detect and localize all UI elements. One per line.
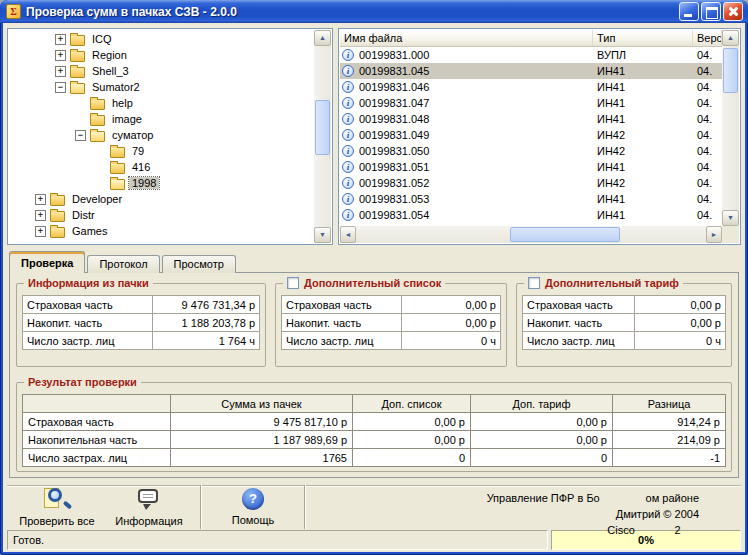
file-type: ВУПЛ <box>593 49 693 61</box>
tab-protokol[interactable]: Протокол <box>87 255 159 273</box>
tree-item[interactable]: −суматор <box>9 127 314 143</box>
credits-block: Управление ПФР в Бо ом районе Дмитрий © … <box>487 490 699 538</box>
file-name: 00199831.053 <box>359 193 429 205</box>
file-row[interactable]: 00199831.048ИН4104. <box>340 111 722 127</box>
file-name-cell: 00199831.052 <box>340 177 593 189</box>
collapse-toggle-icon[interactable]: − <box>55 82 66 93</box>
file-row[interactable]: 00199831.050ИН4204. <box>340 143 722 159</box>
file-version: 04. <box>693 65 722 77</box>
tree-item[interactable]: help <box>9 95 314 111</box>
scroll-right-icon[interactable]: ► <box>706 226 722 243</box>
file-row[interactable]: 00199831.045ИН4104. <box>340 63 722 79</box>
file-name: 00199831.048 <box>359 113 429 125</box>
file-version: 04. <box>693 129 722 141</box>
extra-tariff-checkbox[interactable] <box>528 277 540 289</box>
tab-prosmotr[interactable]: Просмотр <box>162 255 236 273</box>
scroll-down-icon[interactable]: ▼ <box>314 227 331 243</box>
tree-item[interactable]: −Sumator2 <box>9 79 314 95</box>
expand-toggle-icon[interactable]: + <box>55 34 66 45</box>
tree-item[interactable]: +Developer <box>9 191 314 207</box>
magnifier-icon <box>44 487 71 511</box>
expand-toggle-icon[interactable]: + <box>55 50 66 61</box>
tab-proverka[interactable]: Проверка <box>9 251 85 273</box>
group-row: Накопит. часть0,00 р <box>523 314 726 332</box>
check-all-button[interactable]: Проверить все <box>11 482 103 532</box>
scroll-down-icon[interactable]: ▼ <box>722 210 739 226</box>
extra-list-title: Дополнительный список <box>283 276 445 290</box>
tree-item[interactable]: +Distr <box>9 207 314 223</box>
information-button[interactable]: Информация <box>103 482 195 532</box>
result-cell: 214,09 р <box>613 431 726 449</box>
scroll-up-icon[interactable]: ▲ <box>314 30 331 46</box>
row-label: Накопит. часть <box>282 314 402 332</box>
packet-info-group: Информация из пачки Страховая часть9 476… <box>16 283 266 367</box>
expand-toggle-icon[interactable]: + <box>35 210 46 221</box>
folder-icon <box>110 179 125 190</box>
scroll-left-icon[interactable]: ◄ <box>340 226 356 243</box>
row-label: Число застр. лиц <box>523 332 635 350</box>
result-cell: 0 <box>353 449 471 467</box>
column-header-version[interactable]: Верс <box>693 30 722 46</box>
tree-item[interactable]: 416 <box>9 159 314 175</box>
folder-icon <box>70 35 85 46</box>
tree-item[interactable]: 1998 <box>9 175 314 191</box>
file-name-cell: 00199831.051 <box>340 161 593 173</box>
tree-item-label: Shell_3 <box>89 65 132 77</box>
list-vscroll-thumb[interactable] <box>723 48 738 93</box>
list-horizontal-scrollbar[interactable]: ◄ ► <box>340 226 722 243</box>
file-version: 04. <box>693 81 722 93</box>
file-row[interactable]: 00199831.052ИН4204. <box>340 175 722 191</box>
file-name-cell: 00199831.047 <box>340 97 593 109</box>
minimize-button[interactable] <box>679 2 699 21</box>
expand-toggle-icon[interactable]: + <box>35 226 46 237</box>
tree-item[interactable]: +Region <box>9 47 314 63</box>
column-header-name[interactable]: Имя файла <box>340 30 593 46</box>
tree-item-label: 416 <box>129 161 153 173</box>
result-header-row: Сумма из пачекДоп. списокДоп. тарифРазни… <box>23 395 726 413</box>
status-text: Готов. <box>7 530 548 550</box>
tree-item[interactable]: +Shell_3 <box>9 63 314 79</box>
row-value: 0 ч <box>634 332 725 350</box>
group-row: Число застр. лиц1 764 ч <box>23 332 260 350</box>
list-hscroll-thumb[interactable] <box>510 227 620 242</box>
group-row: Число застр. лиц0 ч <box>282 332 501 350</box>
extra-list-checkbox[interactable] <box>287 277 299 289</box>
file-name: 00199831.047 <box>359 97 429 109</box>
tree-scroll-thumb[interactable] <box>315 100 330 155</box>
file-name-cell: 00199831.048 <box>340 113 593 125</box>
close-button[interactable] <box>723 2 743 21</box>
row-label: Страховая часть <box>282 296 402 314</box>
help-button[interactable]: Помощь <box>207 482 299 532</box>
tree-item[interactable]: +Games <box>9 223 314 239</box>
collapse-toggle-icon[interactable]: − <box>75 130 86 141</box>
result-column-header: Разница <box>613 395 726 413</box>
extra-tariff-title: Дополнительный тариф <box>524 276 683 290</box>
extra-tariff-group: Дополнительный тариф Страховая часть0,00… <box>516 283 732 367</box>
title-bar[interactable]: Проверка сумм в пачках СЗВ - 2.0.0 <box>0 0 748 23</box>
file-row[interactable]: 00199831.047ИН4104. <box>340 95 722 111</box>
folder-tree: +ICQ+Region+Shell_3−Sumator2helpimage−су… <box>9 31 314 243</box>
maximize-button[interactable] <box>701 2 721 21</box>
file-row[interactable]: 00199831.049ИН4204. <box>340 127 722 143</box>
check-result-title: Результат проверки <box>24 375 141 389</box>
result-cell: Страховая часть <box>23 413 171 431</box>
tree-item[interactable]: 79 <box>9 143 314 159</box>
tree-item-label: суматор <box>109 129 156 141</box>
expand-toggle-icon[interactable]: + <box>35 194 46 205</box>
check-result-table: Сумма из пачекДоп. списокДоп. тарифРазни… <box>22 394 726 467</box>
file-row[interactable]: 00199831.051ИН4104. <box>340 159 722 175</box>
list-vertical-scrollbar[interactable]: ▲ ▼ <box>722 30 739 226</box>
expand-toggle-icon[interactable]: + <box>55 66 66 77</box>
file-row[interactable]: 00199831.000ВУПЛ04. <box>340 47 722 63</box>
group-row: Накопит. часть0,00 р <box>282 314 501 332</box>
file-row[interactable]: 00199831.054ИН4104. <box>340 207 722 223</box>
folder-icon <box>90 131 105 142</box>
file-row[interactable]: 00199831.046ИН4104. <box>340 79 722 95</box>
info-icon <box>342 193 354 205</box>
scroll-up-icon[interactable]: ▲ <box>722 30 739 46</box>
tree-vertical-scrollbar[interactable]: ▲ ▼ <box>314 30 331 243</box>
column-header-type[interactable]: Тип <box>593 30 693 46</box>
tree-item[interactable]: image <box>9 111 314 127</box>
tree-item[interactable]: +ICQ <box>9 31 314 47</box>
file-row[interactable]: 00199831.053ИН4104. <box>340 191 722 207</box>
